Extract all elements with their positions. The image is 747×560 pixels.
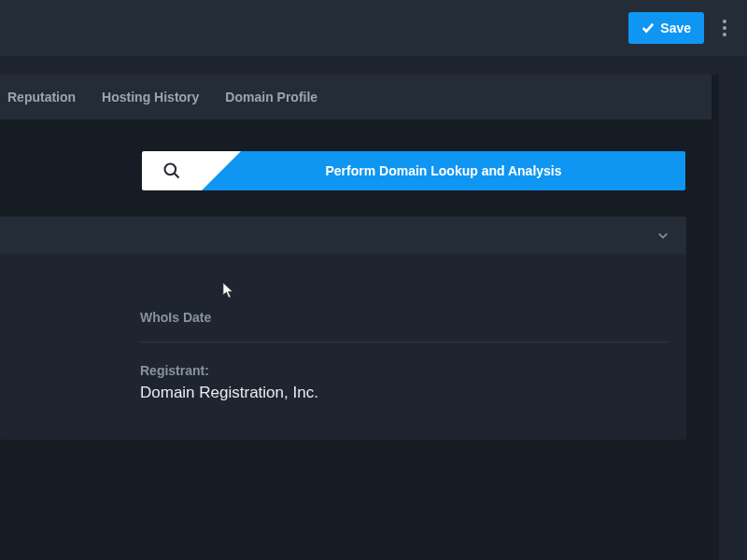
save-button[interactable]: Save <box>628 12 704 44</box>
svg-point-0 <box>723 20 726 23</box>
save-button-label: Save <box>660 21 691 35</box>
whois-panel-body: WhoIs Date Registrant: Domain Registrati… <box>0 254 686 440</box>
svg-point-2 <box>723 33 726 36</box>
tab-reputation[interactable]: Reputation <box>4 75 89 119</box>
kebab-icon <box>723 20 726 36</box>
svg-line-4 <box>175 174 179 178</box>
registrant-value: Domain Registration, Inc. <box>140 384 668 402</box>
top-bar: Save <box>0 0 747 56</box>
svg-point-3 <box>165 164 176 175</box>
tab-hosting-history[interactable]: Hosting History <box>89 75 212 119</box>
tab-domain-profile[interactable]: Domain Profile <box>212 75 331 119</box>
tab-strip: Reputation Hosting History Domain Profil… <box>0 75 712 119</box>
field-separator <box>140 342 668 343</box>
more-menu-button[interactable] <box>713 12 736 44</box>
whois-panel-header[interactable] <box>0 217 686 254</box>
lookup-bar[interactable]: Perform Domain Lookup and Analysis <box>142 151 685 190</box>
check-icon <box>641 21 655 35</box>
svg-point-1 <box>723 26 726 30</box>
main-content: Reputation Hosting History Domain Profil… <box>0 75 719 560</box>
whois-date-label: WhoIs Date <box>140 310 668 325</box>
lookup-search-button[interactable] <box>142 151 202 190</box>
chevron-down-icon <box>656 229 669 242</box>
lookup-divider <box>202 151 241 190</box>
registrant-label: Registrant: <box>140 363 668 378</box>
search-icon <box>162 161 181 180</box>
lookup-label: Perform Domain Lookup and Analysis <box>202 151 685 190</box>
whois-panel: WhoIs Date Registrant: Domain Registrati… <box>0 217 686 440</box>
